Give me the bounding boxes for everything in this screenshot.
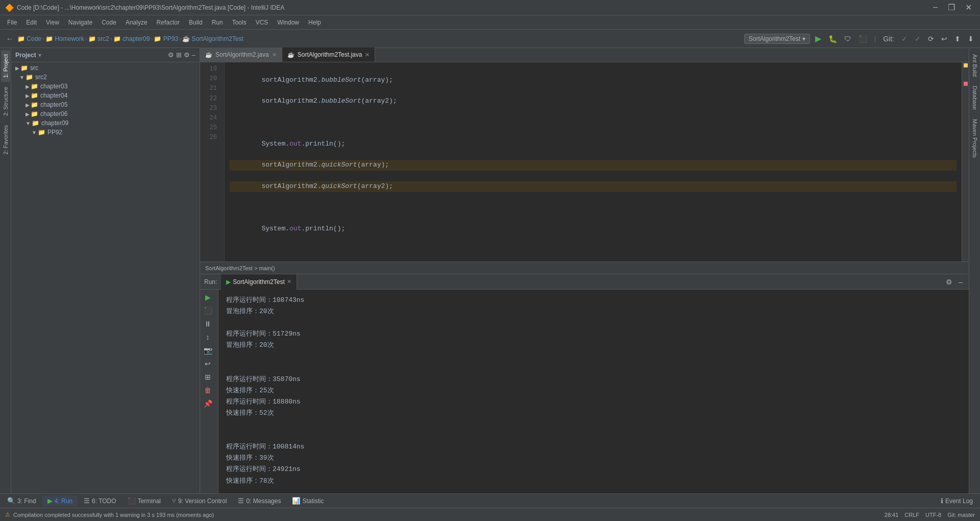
menu-run[interactable]: Run [208, 17, 227, 28]
tab-sort-algorithm2-test[interactable]: ☕ SortAlgorithm2Test.java ✕ [282, 48, 376, 62]
run-output-line-18 [226, 487, 961, 493]
run-dump-button[interactable]: ↕ [202, 331, 213, 343]
menu-edit[interactable]: Edit [22, 17, 41, 28]
code-line-22: System.out.println(); [230, 139, 957, 150]
run-output-line-8: 程序运行时间：35870ns [226, 374, 961, 385]
menu-help[interactable]: Help [304, 17, 325, 28]
right-tab-ant-build[interactable]: Ant Build [970, 50, 979, 81]
menu-window[interactable]: Window [273, 17, 303, 28]
run-tab-sort-algorithm2-test[interactable]: ▶ SortAlgorithm2Test ✕ [221, 274, 297, 290]
bottom-tab-find[interactable]: 🔍 3: Find [2, 495, 41, 506]
project-header: Project ▾ ⚙ ⊞ ⚙ – [11, 48, 200, 62]
right-tab-maven-projects[interactable]: Maven Projects [970, 115, 979, 162]
tree-expand-icon: ▶ [26, 111, 30, 117]
close-button[interactable]: ✕ [962, 2, 975, 13]
menu-tools[interactable]: Tools [228, 17, 251, 28]
menu-refactor[interactable]: Refactor [153, 17, 184, 28]
minimize-button[interactable]: – [930, 2, 941, 13]
run-output-line-14: 程序运行时间：100814ns [226, 441, 961, 453]
run-restart-button[interactable]: ▶ [202, 292, 213, 303]
tree-item-pp92[interactable]: ▼ 📁 PP92 [11, 128, 200, 137]
menu-code[interactable]: Code [97, 17, 120, 28]
tab-sort-algorithm2[interactable]: ☕ SortAlgorithm2.java ✕ [200, 48, 282, 62]
tree-item-chapter06[interactable]: ▶ 📁 chapter06 [11, 109, 200, 119]
tree-item-chapter04[interactable]: ▶ 📁 chapter04 [11, 91, 200, 100]
back-button[interactable]: ← [4, 34, 15, 44]
run-config-selector[interactable]: SortAlgorithm2Test ▾ [744, 34, 810, 44]
run-output-line-11: 快速排序：52次 [226, 408, 961, 419]
bottom-tab-run[interactable]: ▶ 4: Run [42, 495, 78, 506]
tree-item-chapter05[interactable]: ▶ 📁 chapter05 [11, 100, 200, 109]
toolbar-right: SortAlgorithm2Test ▾ ▶ 🐛 🛡 ⬛ | Git: ✓ ✓ … [744, 33, 976, 44]
run-tab-close-icon[interactable]: ✕ [287, 278, 291, 285]
run-stop-button[interactable]: ⬛ [202, 305, 213, 316]
code-line-24: sortAlgorithm2.quickSort(array2); [230, 181, 957, 192]
bc-homework[interactable]: 📁 Homework [45, 35, 84, 42]
tab-close-icon[interactable]: ✕ [365, 52, 370, 58]
tree-expand-icon: ▶ [26, 93, 30, 99]
right-tab-database[interactable]: Database [970, 82, 979, 114]
run-pause-button[interactable]: ⏸ [202, 318, 213, 329]
tree-item-label: chapter04 [40, 92, 67, 99]
terminal-icon: ⬛ [128, 497, 136, 505]
bc-code[interactable]: 📁 Code [17, 35, 41, 42]
folder-icon: 📁 [32, 120, 39, 127]
git-check-button[interactable]: ✓ [899, 34, 910, 44]
sidebar-tab-structure[interactable]: 2: Structure [1, 83, 10, 120]
run-trash-button[interactable]: 🗑 [202, 385, 213, 396]
debug-button[interactable]: 🐛 [826, 34, 839, 44]
menu-view[interactable]: View [42, 17, 63, 28]
stop-button[interactable]: ⬛ [856, 34, 869, 44]
bc-file[interactable]: ☕ SortAlgorithm2Test [182, 35, 243, 42]
menu-navigate[interactable]: Navigate [64, 17, 96, 28]
code-editor[interactable]: 19 20 21 22 23 24 25 26 sortAlgorithm2.b… [200, 62, 969, 262]
run-screenshot-button[interactable]: 📷 [202, 345, 213, 356]
cursor-position[interactable]: 28:41 [885, 512, 899, 518]
bottom-tab-find-label: 3: Find [17, 498, 36, 505]
bc-src2[interactable]: 📁 src2 [88, 35, 109, 42]
coverage-button[interactable]: 🛡 [842, 34, 853, 44]
tree-item-chapter09[interactable]: ▼ 📁 chapter09 [11, 119, 200, 128]
bottom-tab-version-control[interactable]: ⑂ 9: Version Control [167, 495, 232, 506]
maximize-button[interactable]: ❐ [945, 2, 958, 13]
code-line-23: sortAlgorithm2.quickSort(array); [230, 160, 957, 171]
tree-item-src[interactable]: ▶ 📁 src [11, 63, 200, 73]
tree-item-chapter03[interactable]: ▶ 📁 chapter03 [11, 82, 200, 91]
sidebar-tab-favorites[interactable]: 2: Favorites [1, 121, 10, 158]
run-settings-icon[interactable]: ⚙ [944, 277, 954, 287]
git-rollback-button[interactable]: ↩ [939, 34, 949, 44]
git-history-button[interactable]: ⟳ [926, 34, 936, 44]
tree-item-label: chapter09 [41, 120, 68, 127]
project-minimize-icon[interactable]: – [192, 51, 195, 59]
code-content[interactable]: sortAlgorithm2.bubbleSort(array); sortAl… [225, 62, 962, 262]
sidebar-tab-project[interactable]: 1: Project [1, 50, 10, 82]
menu-vcs[interactable]: VCS [252, 17, 273, 28]
git-fetch-button[interactable]: ⬇ [966, 34, 976, 44]
project-layout-icon[interactable]: ⊞ [176, 51, 182, 59]
bottom-tab-messages[interactable]: ☰ 0: Messages [233, 495, 286, 506]
git-tick-button[interactable]: ✓ [913, 34, 923, 44]
git-push-button[interactable]: ⬆ [952, 34, 963, 44]
menu-file[interactable]: File [3, 17, 21, 28]
run-output-line-12 [226, 419, 961, 430]
project-title: Project [15, 52, 36, 59]
run-minimize-icon[interactable]: – [957, 277, 965, 287]
run-group-button[interactable]: ⊞ [202, 371, 213, 383]
run-scroll-button[interactable]: ↩ [202, 358, 213, 369]
bc-pp93[interactable]: 📁 PP93 [154, 35, 178, 42]
project-settings-icon[interactable]: ⚙ [168, 51, 174, 59]
menu-build[interactable]: Build [185, 17, 207, 28]
encoding[interactable]: UTF-8 [925, 512, 941, 518]
tree-item-src2[interactable]: ▼ 📁 src2 [11, 73, 200, 82]
bottom-tab-event-log[interactable]: ℹ Event Log [936, 495, 978, 506]
run-button[interactable]: ▶ [813, 33, 823, 44]
bottom-tab-statistic[interactable]: 📊 Statistic [287, 495, 329, 506]
bottom-tab-todo[interactable]: ☰ 6: TODO [79, 495, 121, 506]
bc-chapter09[interactable]: 📁 chapter09 [113, 35, 150, 42]
menu-analyze[interactable]: Analyze [121, 17, 152, 28]
tab-close-icon[interactable]: ✕ [272, 52, 277, 58]
run-pin-button[interactable]: 📌 [202, 398, 213, 409]
line-separator[interactable]: CRLF [904, 512, 919, 518]
bottom-tab-terminal[interactable]: ⬛ Terminal [122, 495, 166, 506]
project-gear-icon[interactable]: ⚙ [184, 51, 190, 59]
